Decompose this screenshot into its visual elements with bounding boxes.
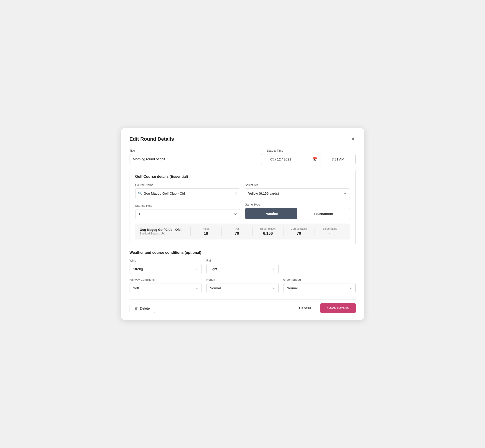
green-speed-dropdown[interactable]: Slow Normal Fast <box>283 283 356 293</box>
rain-label: Rain <box>206 259 279 262</box>
clear-icon[interactable]: ✕ <box>234 192 237 196</box>
course-rating-value: 70 <box>286 231 312 236</box>
course-name-col: Course Name 🔍 ✕ <box>135 183 241 198</box>
holes-label: Holes <box>193 227 218 230</box>
game-type-col: Game Type Practice Tournament <box>245 203 350 219</box>
practice-button[interactable]: Practice <box>245 208 297 219</box>
green-speed-label: Green Speed <box>283 278 356 281</box>
cancel-button[interactable]: Cancel <box>295 304 315 313</box>
fairway-label: Fairway Conditions <box>129 278 202 281</box>
rain-col: Rain None Light Moderate Heavy <box>206 259 279 274</box>
select-tee-col: Select Tee Yellow (6,156 yards) White (6… <box>245 183 350 198</box>
starting-hole-dropdown[interactable]: 1 2 3 10 <box>135 209 241 219</box>
course-tee-row: Course Name 🔍 ✕ Select Tee Yellow (6,156… <box>135 183 350 198</box>
course-rating-stat: Course rating 70 <box>283 227 314 236</box>
calendar-icon: 📅 <box>313 157 317 161</box>
yards-stat: Yards(Yellow) 6,156 <box>252 227 283 236</box>
slope-rating-label: Slope rating <box>317 227 342 230</box>
datetime-label: Date & Time <box>267 149 356 152</box>
wind-col: Wind None Light Moderate Strong <box>129 259 202 274</box>
trash-icon: 🗑 <box>135 306 138 310</box>
date-value: 05 / 12 / 2021 <box>270 157 291 161</box>
title-datetime-row: Title Date & Time 05 / 12 / 2021 📅 7:31 … <box>129 149 356 164</box>
modal-header: Edit Round Details × <box>129 136 356 143</box>
slope-rating-value: - <box>317 231 342 236</box>
footer-right: Cancel Save Details <box>295 303 356 313</box>
time-value: 7:31 AM <box>332 157 344 161</box>
tournament-button[interactable]: Tournament <box>297 208 350 219</box>
slope-rating-stat: Slope rating - <box>314 227 345 236</box>
yards-value: 6,156 <box>255 231 281 236</box>
save-button[interactable]: Save Details <box>320 303 356 313</box>
select-tee-dropdown[interactable]: Yellow (6,156 yards) White (6,350 yards)… <box>245 189 350 198</box>
search-icon: 🔍 <box>138 192 142 196</box>
weather-title: Weather and course conditions (optional) <box>129 251 356 255</box>
fairway-rough-green-row: Fairway Conditions Hard Normal Soft Roug… <box>129 278 356 293</box>
wind-label: Wind <box>129 259 202 262</box>
golf-course-section: Golf Course details (Essential) Course N… <box>129 169 356 245</box>
yards-label: Yards(Yellow) <box>255 227 281 230</box>
starting-hole-label: Starting Hole <box>135 204 241 207</box>
fairway-col: Fairway Conditions Hard Normal Soft <box>129 278 202 293</box>
course-info-name: Gog Magog Golf Club - Old, <box>140 228 190 232</box>
date-time-inputs: 05 / 12 / 2021 📅 7:31 AM <box>267 154 356 164</box>
par-label: Par <box>224 227 250 230</box>
course-info-location: Shelford Bottom, UK <box>140 232 190 235</box>
wind-rain-row: Wind None Light Moderate Strong Rain Non… <box>129 259 356 274</box>
green-speed-col: Green Speed Slow Normal Fast <box>283 278 356 293</box>
golf-course-title: Golf Course details (Essential) <box>135 175 350 179</box>
game-type-label: Game Type <box>245 203 350 206</box>
hole-gametype-row: Starting Hole 1 2 3 10 Game Type Practic… <box>135 203 350 219</box>
close-button[interactable]: × <box>351 136 356 143</box>
course-info-bar: Gog Magog Golf Club - Old, Shelford Bott… <box>135 224 350 240</box>
modal-title: Edit Round Details <box>129 136 174 142</box>
rough-col: Rough Short Normal Long <box>206 278 279 293</box>
starting-hole-col: Starting Hole 1 2 3 10 <box>135 204 241 219</box>
wind-dropdown[interactable]: None Light Moderate Strong <box>129 264 202 274</box>
datetime-section: Date & Time 05 / 12 / 2021 📅 7:31 AM <box>267 149 356 164</box>
holes-value: 18 <box>193 231 218 236</box>
course-rating-label: Course rating <box>286 227 312 230</box>
rough-dropdown[interactable]: Short Normal Long <box>206 283 279 293</box>
fairway-dropdown[interactable]: Hard Normal Soft <box>129 283 202 293</box>
date-field[interactable]: 05 / 12 / 2021 📅 <box>267 154 321 164</box>
rough-label: Rough <box>206 278 279 281</box>
rain-dropdown[interactable]: None Light Moderate Heavy <box>206 264 279 274</box>
title-input[interactable] <box>129 154 263 164</box>
time-field[interactable]: 7:31 AM <box>321 154 356 164</box>
edit-round-modal: Edit Round Details × Title Date & Time 0… <box>121 128 364 320</box>
delete-button[interactable]: 🗑 Delete <box>129 304 155 313</box>
delete-label: Delete <box>140 306 150 310</box>
weather-section: Weather and course conditions (optional)… <box>129 251 356 293</box>
select-tee-label: Select Tee <box>245 183 350 187</box>
course-name-search-wrap: 🔍 ✕ <box>135 189 241 198</box>
title-label: Title <box>129 149 263 152</box>
title-section: Title <box>129 149 263 164</box>
footer-row: 🗑 Delete Cancel Save Details <box>129 299 356 313</box>
course-name-input[interactable] <box>135 189 241 198</box>
par-stat: Par 70 <box>221 227 252 236</box>
holes-stat: Holes 18 <box>190 227 221 236</box>
game-type-toggle: Practice Tournament <box>245 208 350 219</box>
course-info-name-col: Gog Magog Golf Club - Old, Shelford Bott… <box>140 228 190 235</box>
course-name-label: Course Name <box>135 183 241 187</box>
par-value: 70 <box>224 231 250 236</box>
